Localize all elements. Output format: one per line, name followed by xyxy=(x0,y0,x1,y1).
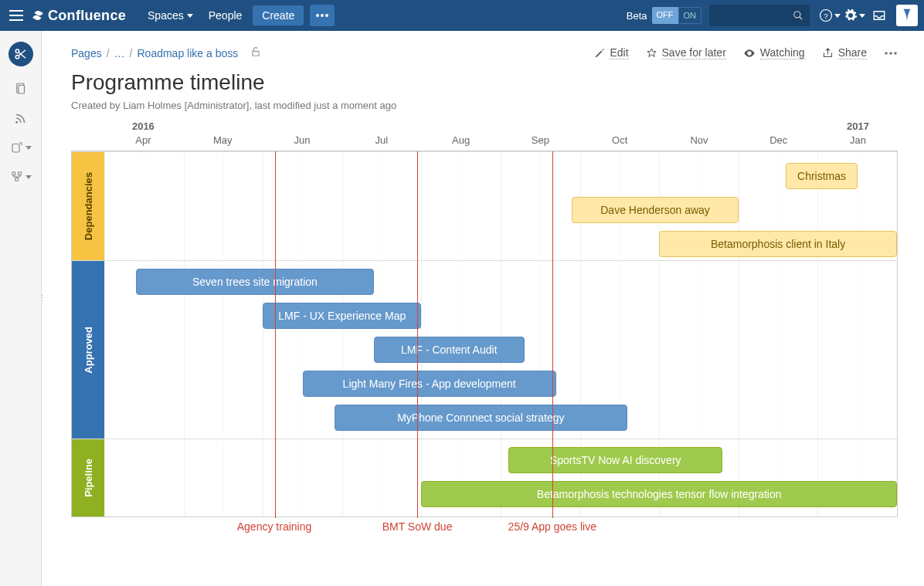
share-label: Share xyxy=(838,46,867,59)
bar-seven-trees[interactable]: Seven trees site migration xyxy=(136,269,374,295)
page-container: ⋮ Pages / … / Roadmap like a boss Edit xyxy=(0,31,924,586)
milestone-label: Agency training xyxy=(220,520,328,533)
watch-action[interactable]: Watching xyxy=(743,46,805,59)
year-end: 2017 xyxy=(847,120,869,132)
year-start: 2016 xyxy=(132,120,155,132)
gear-icon xyxy=(844,8,858,22)
unlock-icon[interactable] xyxy=(250,46,261,59)
lane-approved-label: Approved xyxy=(72,261,104,439)
beta-label: Beta xyxy=(627,10,647,22)
svg-rect-12 xyxy=(19,86,25,94)
breadcrumb-pages[interactable]: Pages xyxy=(71,47,102,59)
month-col-oct: Oct xyxy=(580,134,660,151)
nav-people[interactable]: People xyxy=(201,0,250,31)
top-nav: Confluence Spaces People Create Beta OFF… xyxy=(0,0,924,31)
bar-christmas[interactable]: Christmas xyxy=(786,163,857,189)
month-col-jun: Jun xyxy=(263,134,342,151)
lane-pipeline-label: Pipeline xyxy=(72,439,104,517)
app-switcher-icon[interactable] xyxy=(9,10,23,21)
roadmap-lanes: Dependancies Christmas Dave Henderson aw… xyxy=(71,151,898,517)
roadmap-macro: Apr2016MayJunJulAugSepOctNovDecJan2017 D… xyxy=(71,134,898,548)
help-button[interactable]: ? xyxy=(817,0,842,31)
settings-button[interactable] xyxy=(842,0,867,31)
chevron-down-icon xyxy=(187,14,193,18)
pencil-icon xyxy=(594,48,605,59)
sidebar-pagetree-icon[interactable] xyxy=(10,170,32,184)
ellipsis-icon xyxy=(316,14,328,17)
svg-line-4 xyxy=(800,17,803,20)
notifications-button[interactable] xyxy=(867,0,892,31)
month-col-sep: Sep xyxy=(501,134,580,151)
svg-point-0 xyxy=(316,14,319,17)
page-actions: Edit Save for later Watching Share xyxy=(594,46,898,59)
pages-icon xyxy=(14,82,28,96)
lane-pipeline-body: SportsTV Now AI discovery Betamorphosis … xyxy=(104,439,897,517)
confluence-logo-icon xyxy=(31,8,45,22)
month-col-may: May xyxy=(183,134,263,151)
sidebar-pages-icon[interactable] xyxy=(14,82,28,96)
watch-label: Watching xyxy=(760,46,805,59)
save-label: Save for later xyxy=(662,46,726,59)
breadcrumb-ellipsis[interactable]: … xyxy=(114,47,125,59)
svg-text:?: ? xyxy=(824,12,828,20)
lane-dependencies-body: Christmas Dave Henderson away Betamorpho… xyxy=(104,152,897,260)
edit-label: Edit xyxy=(610,46,628,59)
page-header-row: Pages / … / Roadmap like a boss Edit Sav… xyxy=(71,46,898,59)
svg-point-2 xyxy=(325,14,328,17)
svg-point-18 xyxy=(885,52,888,55)
share-icon xyxy=(822,47,834,59)
svg-point-3 xyxy=(794,12,800,18)
main-content: Pages / … / Roadmap like a boss Edit Sav… xyxy=(42,31,924,586)
tray-icon xyxy=(872,8,886,22)
timeline-header: Apr2016MayJunJulAugSepOctNovDecJan2017 xyxy=(71,134,898,151)
month-col-jan: Jan2017 xyxy=(818,134,898,151)
bar-betamorphosis-tf[interactable]: Betamorphosis technologies tensor flow i… xyxy=(421,481,897,507)
chevron-down-icon xyxy=(25,175,32,179)
bar-myphone[interactable]: MyPhone Connnect social strategy xyxy=(335,405,628,431)
share-action[interactable]: Share xyxy=(822,46,867,59)
ellipsis-icon xyxy=(884,52,898,55)
rss-icon xyxy=(14,111,28,125)
search-input[interactable] xyxy=(709,5,810,26)
page-title: Programme timeline xyxy=(71,70,898,95)
more-actions[interactable] xyxy=(884,52,898,55)
milestone-labels: Agency trainingBMT SoW due25/9 App goes … xyxy=(104,517,898,548)
lane-dependencies-label: Dependancies xyxy=(72,152,104,260)
star-icon xyxy=(646,47,657,59)
breadcrumb: Pages / … / Roadmap like a boss xyxy=(71,46,261,59)
bar-betamorphosis-italy[interactable]: Betamorphosis client in Italy xyxy=(659,231,897,257)
edit-action[interactable]: Edit xyxy=(594,46,628,59)
space-avatar[interactable] xyxy=(8,42,33,66)
bar-light-many-fires[interactable]: Light Many Fires - App development xyxy=(303,371,556,397)
svg-point-19 xyxy=(889,52,892,55)
beta-toggle[interactable]: OFF ON xyxy=(652,7,702,24)
sidebar-shortcuts-icon[interactable] xyxy=(10,141,32,154)
left-sidebar xyxy=(0,31,42,586)
nav-spaces[interactable]: Spaces xyxy=(140,0,201,31)
page-meta: Created by Liam Holmes [Administrator], … xyxy=(71,100,898,111)
milestone-label: 25/9 App goes live xyxy=(498,520,606,533)
bar-lmf-content[interactable]: LMF - Content Audit xyxy=(374,337,525,363)
user-avatar[interactable] xyxy=(896,5,918,26)
chevron-down-icon xyxy=(859,14,865,18)
eye-icon xyxy=(743,47,756,59)
bar-dave-henderson[interactable]: Dave Henderson away xyxy=(572,197,738,223)
search-icon xyxy=(793,10,803,21)
month-col-dec: Dec xyxy=(739,134,818,151)
confluence-logo[interactable]: Confluence xyxy=(31,8,126,24)
sidebar-blog-icon[interactable] xyxy=(14,111,28,125)
create-more-button[interactable] xyxy=(310,5,335,26)
bar-sportstv[interactable]: SportsTV Now AI discovery xyxy=(508,447,722,473)
nav-spaces-label: Spaces xyxy=(148,9,184,22)
lane-approved-body: Seven trees site migration LMF - UX Expe… xyxy=(104,261,897,439)
help-icon: ? xyxy=(819,8,833,22)
month-col-nov: Nov xyxy=(660,134,739,151)
bar-lmf-ux[interactable]: LMF - UX Experience Map xyxy=(263,303,421,329)
breadcrumb-current[interactable]: Roadmap like a boss xyxy=(137,47,238,59)
month-col-jul: Jul xyxy=(341,134,421,151)
shortcut-icon xyxy=(10,141,24,154)
save-action[interactable]: Save for later xyxy=(646,46,726,59)
create-button[interactable]: Create xyxy=(253,5,304,25)
breadcrumb-sep: / xyxy=(130,47,133,59)
svg-rect-14 xyxy=(12,144,19,153)
